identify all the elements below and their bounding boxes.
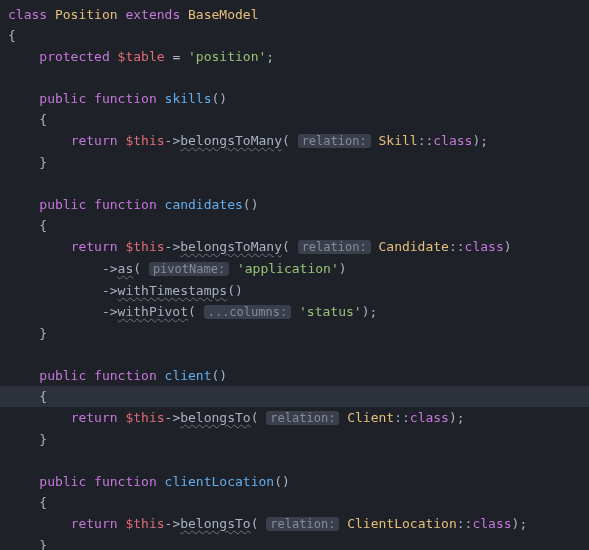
variable-this: $this xyxy=(125,239,164,254)
code-line: return $this->belongsToMany( relation: S… xyxy=(0,130,589,152)
string-application: 'application' xyxy=(237,261,339,276)
method-belongsto: belongsTo xyxy=(180,516,250,531)
brace-open: { xyxy=(8,28,16,43)
keyword-return: return xyxy=(71,133,118,148)
keyword-function: function xyxy=(94,474,157,489)
variable-this: $this xyxy=(125,516,164,531)
keyword-protected: protected xyxy=(39,49,109,64)
class-name-basemodel: BaseModel xyxy=(188,7,258,22)
keyword-extends: extends xyxy=(125,7,180,22)
code-line: { xyxy=(0,25,589,46)
code-line: { xyxy=(0,492,589,513)
code-line: public function clientLocation() xyxy=(0,471,589,492)
keyword-public: public xyxy=(39,474,86,489)
code-line: } xyxy=(0,152,589,173)
method-withpivot: withPivot xyxy=(118,304,188,319)
method-belongstomany: belongsToMany xyxy=(180,133,282,148)
method-belongsto: belongsTo xyxy=(180,410,250,425)
code-line-highlighted: { xyxy=(0,386,589,407)
code-editor[interactable]: class Position extends BaseModel { prote… xyxy=(0,4,589,550)
hint-columns: ...columns: xyxy=(204,305,291,319)
keyword-return: return xyxy=(71,410,118,425)
keyword-public: public xyxy=(39,91,86,106)
variable-this: $this xyxy=(125,410,164,425)
string-position: 'position' xyxy=(188,49,266,64)
function-candidates: candidates xyxy=(165,197,243,212)
code-line: { xyxy=(0,215,589,236)
function-client: client xyxy=(165,368,212,383)
hint-relation: relation: xyxy=(298,240,371,254)
hint-relation: relation: xyxy=(298,134,371,148)
code-line: return $this->belongsToMany( relation: C… xyxy=(0,236,589,258)
variable-table: $table xyxy=(118,49,165,64)
code-line: } xyxy=(0,535,589,550)
code-line: ->withPivot( ...columns: 'status'); xyxy=(0,301,589,323)
class-client: Client xyxy=(347,410,394,425)
code-line: public function client() xyxy=(0,365,589,386)
class-candidate: Candidate xyxy=(378,239,448,254)
hint-relation: relation: xyxy=(266,411,339,425)
code-line: ->withTimestamps() xyxy=(0,280,589,301)
keyword-function: function xyxy=(94,197,157,212)
keyword-public: public xyxy=(39,197,86,212)
keyword-public: public xyxy=(39,368,86,383)
code-line: return $this->belongsTo( relation: Clien… xyxy=(0,513,589,535)
class-clientlocation: ClientLocation xyxy=(347,516,457,531)
variable-this: $this xyxy=(125,133,164,148)
hint-relation: relation: xyxy=(266,517,339,531)
keyword-return: return xyxy=(71,239,118,254)
blank-line xyxy=(0,67,589,88)
code-line: public function skills() xyxy=(0,88,589,109)
method-belongstomany: belongsToMany xyxy=(180,239,282,254)
method-as: as xyxy=(118,261,134,276)
blank-line xyxy=(0,450,589,471)
blank-line xyxy=(0,344,589,365)
code-line: protected $table = 'position'; xyxy=(0,46,589,67)
class-skill: Skill xyxy=(378,133,417,148)
keyword-return: return xyxy=(71,516,118,531)
code-line: public function candidates() xyxy=(0,194,589,215)
function-skills: skills xyxy=(165,91,212,106)
code-line: ->as( pivotName: 'application') xyxy=(0,258,589,280)
keyword-function: function xyxy=(94,91,157,106)
function-clientlocation: clientLocation xyxy=(165,474,275,489)
code-line: class Position extends BaseModel xyxy=(0,4,589,25)
code-line: { xyxy=(0,109,589,130)
hint-pivotname: pivotName: xyxy=(149,262,229,276)
keyword-function: function xyxy=(94,368,157,383)
blank-line xyxy=(0,173,589,194)
code-line: } xyxy=(0,429,589,450)
keyword-class: class xyxy=(8,7,47,22)
method-withtimestamps: withTimestamps xyxy=(118,283,228,298)
class-name-position: Position xyxy=(55,7,118,22)
code-line: return $this->belongsTo( relation: Clien… xyxy=(0,407,589,429)
string-status: 'status' xyxy=(299,304,362,319)
code-line: } xyxy=(0,323,589,344)
